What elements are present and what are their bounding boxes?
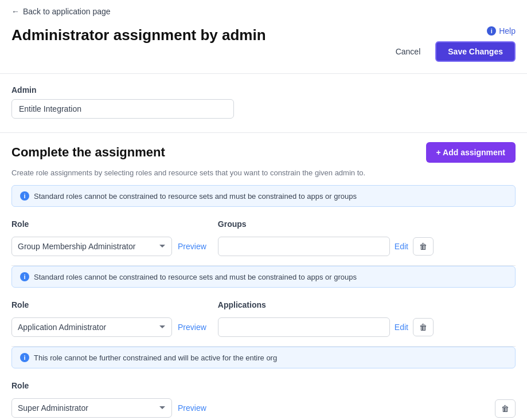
info-icon-2: i: [20, 272, 29, 281]
back-nav-label: Back to application page: [23, 7, 111, 16]
info-banner-text-2: Standard roles cannot be constrained to …: [34, 273, 357, 281]
role-field-group-2: Role Group Membership Administrator Appl…: [11, 300, 206, 337]
role-select-wrapper-3: Group Membership Administrator Applicati…: [11, 398, 206, 418]
page-header: Administrator assignment by admin i Help…: [11, 21, 516, 73]
edit-link-2[interactable]: Edit: [395, 323, 408, 332]
role-row-3: Role Group Membership Administrator Appl…: [11, 368, 516, 420]
role-select-wrapper-2: Group Membership Administrator Applicati…: [11, 317, 206, 337]
applications-label-2: Applications: [218, 300, 516, 309]
resource-input-wrapper-1: Edit 🗑: [218, 237, 516, 256]
back-nav[interactable]: ← Back to application page: [11, 0, 516, 21]
info-banner-1: i Standard roles cannot be constrained t…: [11, 185, 516, 207]
assignment-description: Create role assignments by selecting rol…: [11, 168, 516, 177]
role-label-3: Role: [11, 381, 206, 390]
role-label-1: Role: [11, 219, 206, 229]
action-buttons: Cancel Save Changes: [387, 41, 516, 62]
groups-input-1[interactable]: [218, 237, 390, 256]
groups-label-1: Groups: [218, 219, 516, 229]
assignment-section-header: Complete the assignment + Add assignment: [11, 133, 516, 168]
role-row-2: Role Group Membership Administrator Appl…: [11, 288, 516, 347]
preview-link-2[interactable]: Preview: [178, 323, 206, 332]
assignment-block-1: i Standard roles cannot be constrained t…: [11, 185, 516, 266]
info-banner-2: i Standard roles cannot be constrained t…: [11, 266, 516, 288]
info-icon-1: i: [20, 191, 29, 201]
info-icon-3: i: [20, 353, 29, 362]
admin-section: Admin: [11, 74, 516, 132]
trash-icon-1: 🗑: [419, 242, 427, 251]
role-select-3[interactable]: Group Membership Administrator Applicati…: [11, 398, 172, 418]
delete-button-3[interactable]: 🗑: [495, 399, 516, 418]
role-select-1[interactable]: Group Membership Administrator Applicati…: [11, 237, 172, 256]
header-actions: i Help Cancel Save Changes: [387, 26, 516, 62]
assignment-section-title: Complete the assignment: [11, 145, 165, 160]
help-label: Help: [499, 26, 516, 36]
edit-link-1[interactable]: Edit: [395, 242, 408, 251]
role-label-2: Role: [11, 300, 206, 309]
help-link[interactable]: i Help: [487, 26, 516, 36]
info-banner-text-3: This role cannot be further constrained …: [34, 354, 277, 362]
role-fields-1: Role Group Membership Administrator Appl…: [11, 219, 516, 256]
add-assignment-button[interactable]: + Add assignment: [426, 142, 516, 163]
applications-input-2[interactable]: [218, 317, 390, 337]
role-select-wrapper-1: Group Membership Administrator Applicati…: [11, 237, 206, 256]
cancel-button[interactable]: Cancel: [387, 42, 430, 61]
admin-field-label: Admin: [11, 85, 516, 95]
help-icon: i: [487, 26, 496, 36]
resource-field-group-2: Applications Edit 🗑: [218, 300, 516, 337]
trash-icon-3: 🗑: [501, 404, 509, 413]
preview-link-1[interactable]: Preview: [178, 242, 206, 251]
resource-input-wrapper-2: Edit 🗑: [218, 317, 516, 337]
role-fields-3: Role Group Membership Administrator Appl…: [11, 381, 516, 418]
resource-field-group-1: Groups Edit 🗑: [218, 219, 516, 256]
role-select-2[interactable]: Group Membership Administrator Applicati…: [11, 317, 172, 337]
role-field-group-3: Role Group Membership Administrator Appl…: [11, 381, 206, 418]
trash-icon-2: 🗑: [419, 323, 427, 332]
page-title: Administrator assignment by admin: [11, 26, 266, 44]
assignment-block-3: i This role cannot be further constraine…: [11, 347, 516, 420]
role-row-1: Role Group Membership Administrator Appl…: [11, 207, 516, 266]
admin-field-input[interactable]: [11, 99, 234, 119]
delete-button-1[interactable]: 🗑: [413, 237, 434, 256]
role-field-group-1: Role Group Membership Administrator Appl…: [11, 219, 206, 256]
back-arrow-icon: ←: [11, 7, 19, 16]
preview-link-3[interactable]: Preview: [178, 403, 206, 413]
save-changes-button[interactable]: Save Changes: [435, 41, 516, 62]
info-banner-text-1: Standard roles cannot be constrained to …: [34, 192, 357, 201]
info-banner-3: i This role cannot be further constraine…: [11, 347, 516, 368]
assignment-block-2: i Standard roles cannot be constrained t…: [11, 266, 516, 347]
delete-button-2[interactable]: 🗑: [413, 318, 434, 336]
delete-wrapper-3: 🗑: [495, 388, 516, 418]
role-fields-2: Role Group Membership Administrator Appl…: [11, 300, 516, 337]
